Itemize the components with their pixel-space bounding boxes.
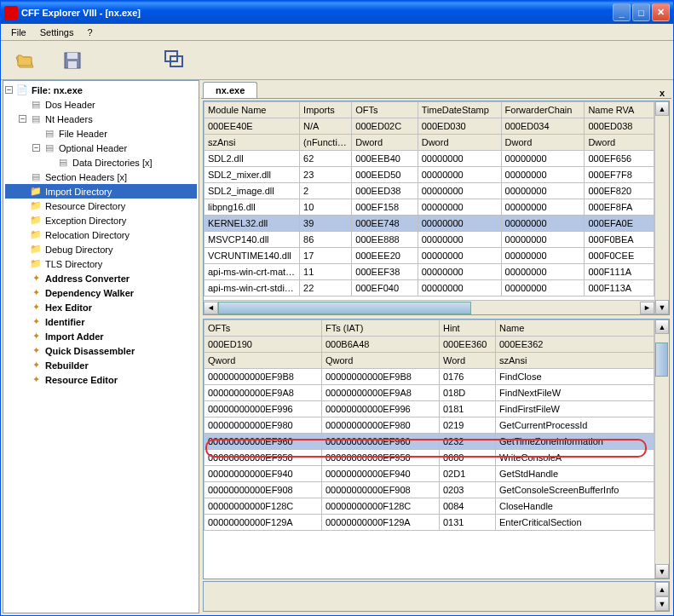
table-row[interactable]: VCRUNTIME140.dll17000EEE2000000000000000…: [205, 248, 654, 264]
meta-row: QwordQwordWordszAnsi: [205, 353, 654, 369]
table-row[interactable]: 00000000000EF95000000000000EF9500600Writ…: [205, 450, 654, 466]
tree-rebuilder[interactable]: ✦Rebuilder: [5, 358, 197, 372]
cascade-icon[interactable]: [161, 47, 188, 74]
vscrollbar-bot[interactable]: ▲ ▼: [654, 320, 669, 579]
table-row[interactable]: 00000000000EF90800000000000EF9080203GetC…: [205, 482, 654, 498]
vscrollbar-bottom[interactable]: ▲ ▼: [654, 582, 669, 611]
column-header[interactable]: TimeDateStamp: [418, 102, 501, 118]
scroll-down-icon[interactable]: ▼: [655, 564, 669, 579]
table-row[interactable]: SDL2_mixer.dll23000EED500000000000000000…: [205, 167, 654, 183]
tree-resource-editor[interactable]: ✦Resource Editor: [5, 372, 197, 387]
meta-row: 000ED190000B6A48000EE360000EE362: [205, 337, 654, 353]
tree-file-header[interactable]: ▤File Header: [5, 126, 197, 141]
table-row[interactable]: api-ms-win-crt-math-l...11000EEF38000000…: [205, 264, 654, 280]
table-row[interactable]: KERNEL32.dll39000EE748000000000000000000…: [205, 216, 654, 232]
functions-grid[interactable]: OFTsFTs (IAT)HintName000ED190000B6A48000…: [203, 319, 670, 579]
minimize-button[interactable]: _: [613, 3, 631, 21]
bottom-panel: ▲ ▼: [203, 581, 670, 612]
tabstrip: nx.exe x: [201, 80, 671, 99]
tree-hex-editor[interactable]: ✦Hex Editor: [5, 300, 197, 314]
table-row[interactable]: libpng16.dll10000EF158000000000000000000…: [205, 199, 654, 216]
table-row[interactable]: 00000000000EF99600000000000EF9960181Find…: [205, 401, 654, 417]
scroll-left-icon[interactable]: ◄: [204, 302, 218, 314]
scroll-up-icon[interactable]: ▲: [655, 101, 669, 116]
scroll-right-icon[interactable]: ►: [640, 302, 654, 314]
window-title: CFF Explorer VIII - [nx.exe]: [21, 8, 141, 18]
column-header[interactable]: FTs (IAT): [322, 320, 440, 337]
menu-settings[interactable]: Settings: [33, 26, 81, 39]
column-header[interactable]: OFTs: [352, 102, 418, 118]
tree-optional-header[interactable]: −▤Optional Header: [5, 141, 197, 155]
table-row[interactable]: MSVCP140.dll86000EE888000000000000000000…: [205, 232, 654, 248]
table-row[interactable]: 00000000000EF94000000000000EF94002D1GetS…: [205, 466, 654, 482]
menu-file[interactable]: File: [4, 26, 33, 39]
column-header[interactable]: OFTs: [205, 320, 322, 337]
table-row[interactable]: 00000000000F128C00000000000F128C0084Clos…: [205, 498, 654, 515]
tree-relocation-directory[interactable]: 📁Relocation Directory: [5, 227, 197, 242]
table-row[interactable]: 00000000000EF9B800000000000EF9B80176Find…: [205, 369, 654, 385]
save-icon[interactable]: [59, 47, 86, 74]
app-icon: [4, 6, 18, 20]
toolbar: [1, 41, 673, 80]
table-row[interactable]: 00000000000EF9A800000000000EF9A8018DFind…: [205, 385, 654, 401]
tree-resource-directory[interactable]: 📁Resource Directory: [5, 199, 197, 213]
scroll-up-icon[interactable]: ▲: [655, 320, 669, 334]
titlebar[interactable]: CFF Explorer VIII - [nx.exe] _ □ ✕: [1, 1, 673, 24]
tab-close-button[interactable]: x: [653, 88, 671, 98]
meta-row: szAnsi(nFunctions)DwordDwordDwordDword: [205, 135, 654, 151]
scroll-thumb[interactable]: [218, 302, 471, 314]
close-button[interactable]: ✕: [652, 3, 670, 21]
tree-data-directories[interactable]: ▤Data Directories [x]: [5, 155, 197, 170]
column-header[interactable]: Module Name: [205, 102, 300, 118]
tree-view[interactable]: −📄File: nx.exe ▤Dos Header −▤Nt Headers …: [3, 80, 199, 613]
hscrollbar[interactable]: ◄ ►: [204, 300, 654, 314]
modules-grid[interactable]: Module NameImportsOFTsTimeDateStampForwa…: [203, 101, 670, 315]
vscrollbar[interactable]: ▲ ▼: [654, 101, 669, 314]
table-row[interactable]: 00000000000EF98000000000000EF9800219GetC…: [205, 417, 654, 434]
table-row[interactable]: 00000000000EF96000000000000EF9600232GetT…: [205, 434, 654, 450]
table-row[interactable]: SDL2_image.dll2000EED3800000000000000000…: [205, 183, 654, 199]
tree-root[interactable]: −📄File: nx.exe: [5, 83, 197, 97]
column-header[interactable]: Name: [496, 320, 654, 337]
column-header[interactable]: Name RVA: [585, 102, 654, 118]
maximize-button[interactable]: □: [632, 3, 650, 21]
tab-nx-exe[interactable]: nx.exe: [203, 82, 257, 98]
scroll-down-icon[interactable]: ▼: [655, 596, 669, 611]
svg-rect-2: [68, 61, 77, 68]
scroll-down-icon[interactable]: ▼: [655, 300, 669, 314]
table-row[interactable]: 00000000000F129A00000000000F129A0131Ente…: [205, 515, 654, 531]
tree-section-headers[interactable]: ▤Section Headers [x]: [5, 170, 197, 184]
tree-nt-headers[interactable]: −▤Nt Headers: [5, 112, 197, 126]
tree-debug-directory[interactable]: 📁Debug Directory: [5, 242, 197, 256]
svg-rect-1: [67, 53, 78, 59]
column-header[interactable]: ForwarderChain: [501, 102, 585, 118]
meta-row: 000EE40EN/A000ED02C000ED030000ED034000ED…: [205, 118, 654, 135]
scroll-thumb[interactable]: [655, 343, 668, 377]
tree-import-adder[interactable]: ✦Import Adder: [5, 329, 197, 343]
column-header[interactable]: Hint: [440, 320, 496, 337]
tree-quick-disassembler[interactable]: ✦Quick Disassembler: [5, 343, 197, 358]
tree-import-directory[interactable]: 📁Import Directory: [5, 184, 197, 199]
tree-identifier[interactable]: ✦Identifier: [5, 314, 197, 329]
open-icon[interactable]: [11, 47, 38, 74]
table-row[interactable]: api-ms-win-crt-stdio-l...22000EF04000000…: [205, 280, 654, 296]
column-header[interactable]: Imports: [300, 102, 352, 118]
tree-dos-header[interactable]: ▤Dos Header: [5, 97, 197, 112]
tree-exception-directory[interactable]: 📁Exception Directory: [5, 213, 197, 227]
menubar: File Settings ?: [1, 24, 673, 41]
scroll-up-icon[interactable]: ▲: [655, 582, 669, 596]
tree-dependency-walker[interactable]: ✦Dependency Walker: [5, 285, 197, 300]
table-row[interactable]: SDL2.dll62000EEB400000000000000000000EF6…: [205, 151, 654, 167]
menu-help[interactable]: ?: [80, 26, 99, 39]
tree-address-converter[interactable]: ✦Address Converter: [5, 271, 197, 285]
tree-tls-directory[interactable]: 📁TLS Directory: [5, 256, 197, 271]
